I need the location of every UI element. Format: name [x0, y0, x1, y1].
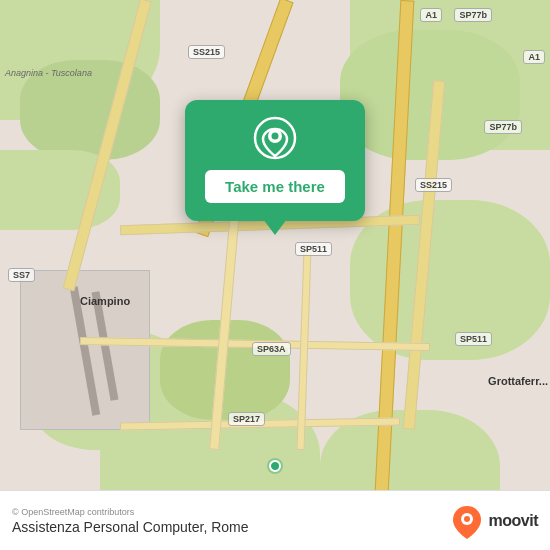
road-label-sp77b: SP77b — [454, 8, 492, 22]
popup-card: Take me there — [185, 100, 365, 221]
location-pin-icon — [253, 116, 297, 160]
city-label-ciampino: Ciampino — [80, 295, 130, 307]
bottom-bar: © OpenStreetMap contributors Assistenza … — [0, 490, 550, 550]
road-label-sp63a: SP63A — [252, 342, 291, 356]
moovit-text: moovit — [489, 512, 538, 530]
road-label-ss215-mid: SS215 — [415, 178, 452, 192]
road-label-ss7: SS7 — [8, 268, 35, 282]
road-label-sp217: SP217 — [228, 412, 265, 426]
svg-point-4 — [464, 516, 470, 522]
map-container: SP77b A1 SS215 SP77b A1 SS215 SP511 SP51… — [0, 0, 550, 550]
take-me-there-button[interactable]: Take me there — [205, 170, 345, 203]
runway — [92, 291, 119, 401]
svg-point-2 — [272, 133, 279, 140]
area-label-anagnina: Anagnina - Tuscolana — [5, 68, 92, 78]
road-label-sp77b-mid: SP77b — [484, 120, 522, 134]
bottom-left: © OpenStreetMap contributors Assistenza … — [12, 507, 249, 535]
road-label-sp511: SP511 — [295, 242, 332, 256]
city-label-grottaferrata: Grottaferr... — [488, 375, 548, 387]
road-label-a1-mid: A1 — [523, 50, 545, 64]
moovit-logo[interactable]: moovit — [449, 503, 538, 539]
place-name: Assistenza Personal Computer, Rome — [12, 519, 249, 535]
moovit-icon — [449, 503, 485, 539]
place-dot — [269, 460, 281, 472]
road-label-sp511b: SP511 — [455, 332, 492, 346]
map-attribution: © OpenStreetMap contributors — [12, 507, 249, 517]
road-label-ss215-top: SS215 — [188, 45, 225, 59]
road-label-a1-top: A1 — [420, 8, 442, 22]
airport-area — [20, 270, 150, 430]
